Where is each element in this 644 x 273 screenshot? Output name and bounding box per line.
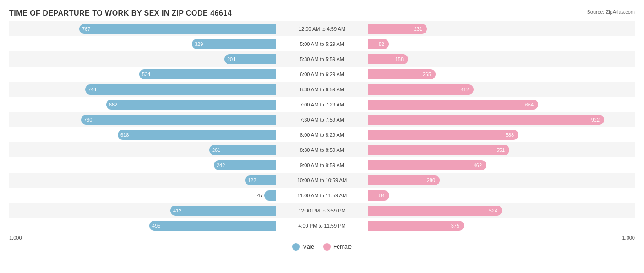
left-section: 534: [9, 67, 276, 82]
left-section: 760: [9, 112, 276, 127]
left-section: 261: [9, 142, 276, 157]
bar-female: 922: [368, 115, 604, 125]
bar-female: 265: [368, 69, 436, 79]
time-label: 8:30 AM to 8:59 AM: [276, 147, 368, 153]
chart-row: 47 11:00 AM to 11:59 AM 84: [9, 188, 635, 203]
bar-female: 84: [368, 190, 389, 201]
right-section: 462: [368, 157, 635, 173]
female-value: 280: [427, 178, 438, 183]
chart-row: 760 7:30 AM to 7:59 AM 922: [9, 112, 635, 127]
right-section: 551: [368, 142, 635, 157]
time-label: 7:00 AM to 7:29 AM: [276, 102, 368, 107]
bar-female: 462: [368, 160, 486, 170]
left-section: 242: [9, 157, 276, 173]
left-section: 495: [9, 218, 276, 233]
bar-male: 760: [81, 115, 276, 125]
bar-male: 495: [149, 221, 276, 231]
time-label: 5:00 AM to 5:29 AM: [276, 41, 368, 47]
source-text: Source: ZipAtlas.com: [587, 9, 635, 15]
time-label: 9:00 AM to 9:59 AM: [276, 162, 368, 168]
chart-row: 618 8:00 AM to 8:29 AM 588: [9, 127, 635, 142]
time-label: 10:00 AM to 10:59 AM: [276, 178, 368, 183]
chart-row: 242 9:00 AM to 9:59 AM 462: [9, 157, 635, 173]
right-section: 82: [368, 36, 635, 51]
bar-female: 280: [368, 175, 440, 185]
male-value: 261: [209, 147, 220, 153]
female-value: 524: [489, 208, 500, 213]
male-value: 534: [139, 72, 150, 77]
right-section: 158: [368, 51, 635, 67]
chart-title: TIME OF DEPARTURE TO WORK BY SEX IN ZIP …: [9, 9, 635, 17]
legend-male: Male: [292, 243, 314, 251]
male-value: 412: [170, 208, 181, 213]
chart-row: 495 4:00 PM to 11:59 PM 375: [9, 218, 635, 233]
male-value: 495: [149, 223, 160, 228]
chart-row: 662 7:00 AM to 7:29 AM 664: [9, 97, 635, 112]
female-value: 265: [423, 72, 434, 77]
chart-row: 412 12:00 PM to 3:59 PM 524: [9, 203, 635, 218]
right-section: 265: [368, 67, 635, 82]
left-section: 47: [9, 188, 276, 203]
left-section: 412: [9, 203, 276, 218]
male-value: 760: [81, 117, 92, 123]
legend-female-box: [323, 243, 331, 251]
right-section: 375: [368, 218, 635, 233]
bar-male: 47: [264, 190, 276, 201]
bar-male: 767: [79, 24, 276, 34]
female-value: 82: [379, 41, 387, 47]
right-section: 280: [368, 173, 635, 188]
left-section: 122: [9, 173, 276, 188]
female-value: 922: [591, 117, 602, 123]
bar-male: 242: [214, 160, 276, 170]
time-label: 7:30 AM to 7:59 AM: [276, 117, 368, 123]
male-value: 122: [245, 178, 256, 183]
right-section: 588: [368, 127, 635, 142]
female-value: 462: [474, 162, 485, 168]
bar-male: 618: [118, 130, 276, 140]
legend-female-label: Female: [333, 244, 352, 250]
chart-area: 767 12:00 AM to 4:59 AM 231 329 5:00 AM …: [9, 21, 635, 233]
female-value: 158: [395, 56, 406, 62]
female-value: 231: [414, 26, 425, 32]
bar-female: 588: [368, 130, 518, 140]
time-label: 8:00 AM to 8:29 AM: [276, 132, 368, 138]
left-section: 662: [9, 97, 276, 112]
left-section: 618: [9, 127, 276, 142]
male-value: 662: [106, 102, 117, 107]
chart-row: 534 6:00 AM to 6:29 AM 265: [9, 67, 635, 82]
bar-female: 412: [368, 84, 474, 95]
axis-labels: 1,000 1,000: [9, 235, 635, 240]
right-section: 524: [368, 203, 635, 218]
male-value: 618: [118, 132, 129, 138]
left-section: 201: [9, 51, 276, 67]
time-label: 11:00 AM to 11:59 AM: [276, 193, 368, 198]
male-value: 47: [257, 193, 263, 198]
bar-female: 82: [368, 39, 389, 49]
female-value: 412: [461, 87, 472, 92]
bar-male: 122: [245, 175, 276, 185]
time-label: 12:00 AM to 4:59 AM: [276, 26, 368, 32]
legend: Male Female: [9, 243, 635, 251]
left-section: 744: [9, 82, 276, 97]
female-value: 664: [525, 102, 536, 107]
chart-row: 122 10:00 AM to 10:59 AM 280: [9, 173, 635, 188]
bar-male: 261: [209, 145, 276, 155]
male-value: 329: [192, 41, 203, 47]
chart-container: TIME OF DEPARTURE TO WORK BY SEX IN ZIP …: [0, 0, 644, 273]
bar-female: 551: [368, 145, 509, 155]
chart-row: 744 6:30 AM to 6:59 AM 412: [9, 82, 635, 97]
axis-left-label: 1,000: [9, 235, 22, 240]
bar-male: 534: [139, 69, 276, 79]
legend-female: Female: [323, 243, 352, 251]
female-value: 551: [497, 147, 508, 153]
bar-female: 231: [368, 24, 427, 34]
bar-male: 744: [85, 84, 276, 95]
bar-female: 664: [368, 100, 538, 110]
chart-row: 261 8:30 AM to 8:59 AM 551: [9, 142, 635, 157]
male-value: 201: [224, 56, 235, 62]
bar-male: 329: [192, 39, 276, 49]
bar-female: 524: [368, 206, 502, 216]
left-section: 767: [9, 21, 276, 36]
right-section: 84: [368, 188, 635, 203]
bar-female: 375: [368, 221, 464, 231]
